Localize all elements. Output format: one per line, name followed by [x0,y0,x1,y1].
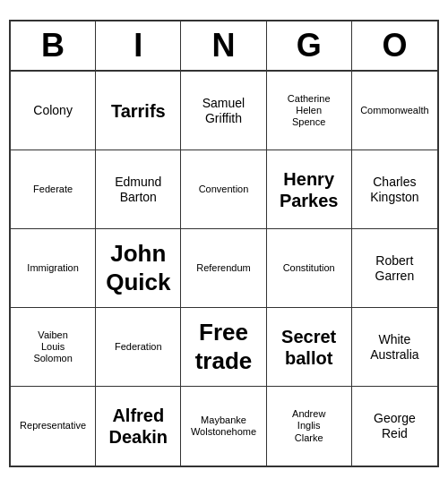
bingo-cell-22: Maybanke Wolstonehome [181,387,266,466]
bingo-cell-2: Samuel Griffith [181,72,266,150]
cell-text-9: Charles Kingston [370,175,418,205]
cell-text-6: Edmund Barton [115,175,161,205]
bingo-grid: ColonyTarrifsSamuel GriffithCatherine He… [11,72,437,466]
bingo-cell-11: John Quick [96,229,181,308]
bingo-cell-24: George Reid [352,387,437,466]
bingo-cell-18: Secret ballot [267,308,352,387]
cell-text-18: Secret ballot [281,326,336,369]
bingo-cell-6: Edmund Barton [96,150,181,229]
cell-text-5: Federate [33,184,73,195]
bingo-cell-8: Henry Parkes [267,150,352,229]
bingo-cell-4: Commonwealth [352,72,437,150]
cell-text-8: Henry Parkes [280,168,339,211]
cell-text-10: Immigration [27,262,78,274]
cell-text-20: Representative [20,420,86,431]
cell-text-14: Robert Garren [375,253,415,284]
bingo-letter-o: O [352,21,437,70]
cell-text-3: Catherine Helen Spence [288,93,331,129]
bingo-cell-15: Vaiben Louis Solomon [11,308,96,387]
bingo-cell-9: Charles Kingston [352,150,437,229]
cell-text-24: George Reid [374,411,416,441]
cell-text-4: Commonwealth [360,105,428,116]
bingo-cell-17: Free trade [181,308,266,387]
bingo-cell-12: Referendum [181,229,266,308]
cell-text-17: Free trade [195,319,253,374]
cell-text-1: Tarrifs [111,100,166,122]
bingo-letter-b: B [11,21,96,70]
bingo-cell-23: Andrew Inglis Clarke [267,387,352,466]
bingo-cell-14: Robert Garren [352,229,437,308]
cell-text-21: Alfred Deakin [108,405,168,448]
bingo-header: BINGO [11,21,437,72]
bingo-cell-0: Colony [11,72,96,150]
bingo-cell-13: Constitution [267,229,352,308]
bingo-cell-1: Tarrifs [96,72,181,150]
bingo-cell-19: White Australia [352,308,437,387]
cell-text-22: Maybanke Wolstonehome [191,414,256,438]
bingo-cell-10: Immigration [11,229,96,308]
cell-text-13: Constitution [283,262,335,274]
bingo-letter-n: N [181,21,266,70]
cell-text-2: Samuel Griffith [202,96,245,126]
bingo-cell-5: Federate [11,150,96,229]
cell-text-15: Vaiben Louis Solomon [33,329,72,365]
cell-text-23: Andrew Inglis Clarke [292,408,325,444]
bingo-cell-7: Convention [181,150,266,229]
cell-text-7: Convention [199,184,249,195]
cell-text-0: Colony [33,103,73,118]
cell-text-11: John Quick [106,240,170,295]
bingo-letter-g: G [267,21,352,70]
bingo-card: BINGO ColonyTarrifsSamuel GriffithCather… [9,20,439,467]
bingo-cell-21: Alfred Deakin [96,387,181,466]
cell-text-16: Federation [115,341,162,353]
bingo-letter-i: I [96,21,181,70]
cell-text-19: White Australia [370,332,418,363]
bingo-cell-20: Representative [11,387,96,466]
cell-text-12: Referendum [196,262,251,274]
bingo-cell-16: Federation [96,308,181,387]
bingo-cell-3: Catherine Helen Spence [267,72,352,150]
